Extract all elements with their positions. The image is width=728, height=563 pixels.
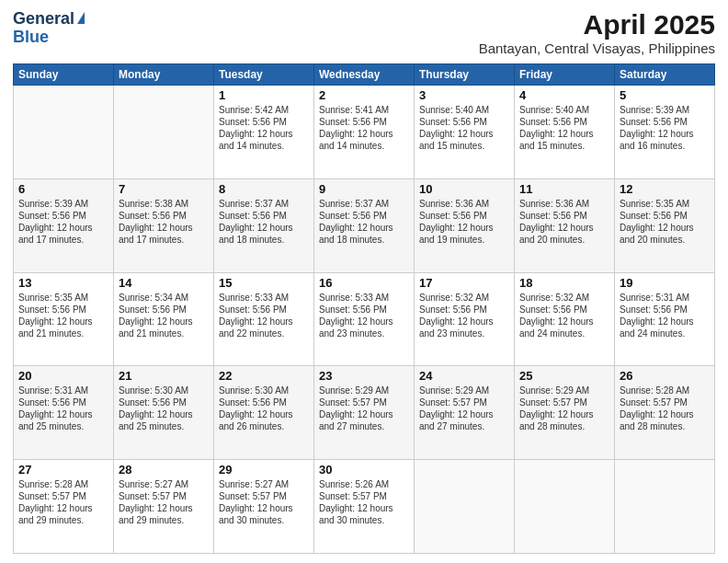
calendar-header: Sunday Monday Tuesday Wednesday Thursday… <box>14 64 715 86</box>
day-info: Sunset: 5:57 PM <box>319 396 409 408</box>
day-info: Daylight: 12 hours <box>219 128 309 140</box>
table-row <box>114 86 214 179</box>
table-row: 1Sunrise: 5:42 AMSunset: 5:56 PMDaylight… <box>214 86 314 179</box>
day-info: Sunset: 5:56 PM <box>18 210 108 222</box>
table-row: 27Sunrise: 5:28 AMSunset: 5:57 PMDayligh… <box>14 460 114 554</box>
day-info: Sunset: 5:56 PM <box>219 304 309 316</box>
day-info: Sunrise: 5:27 AM <box>119 478 209 490</box>
day-number: 18 <box>519 276 609 290</box>
table-row: 5Sunrise: 5:39 AMSunset: 5:56 PMDaylight… <box>615 86 715 179</box>
day-number: 16 <box>319 276 409 290</box>
day-info: and 18 minutes. <box>319 234 409 246</box>
day-info: Sunset: 5:57 PM <box>18 490 108 502</box>
day-info: Daylight: 12 hours <box>519 222 609 234</box>
day-info: and 14 minutes. <box>319 140 409 152</box>
day-info: Sunrise: 5:34 AM <box>119 292 209 304</box>
day-info: Daylight: 12 hours <box>519 316 609 327</box>
day-info: Daylight: 12 hours <box>419 408 509 420</box>
table-row: 25Sunrise: 5:29 AMSunset: 5:57 PMDayligh… <box>515 366 615 460</box>
table-row: 2Sunrise: 5:41 AMSunset: 5:56 PMDaylight… <box>314 86 415 179</box>
day-info: Sunset: 5:56 PM <box>620 304 710 316</box>
table-row: 28Sunrise: 5:27 AMSunset: 5:57 PMDayligh… <box>114 460 214 554</box>
day-info: and 29 minutes. <box>18 514 108 526</box>
day-info: Sunset: 5:56 PM <box>319 116 409 128</box>
day-info: Sunset: 5:57 PM <box>219 490 309 502</box>
day-info: Sunrise: 5:30 AM <box>219 385 309 396</box>
calendar-subtitle: Bantayan, Central Visayas, Philippines <box>479 40 715 56</box>
logo-arrow-icon <box>77 12 85 24</box>
day-info: Sunset: 5:57 PM <box>319 490 409 502</box>
table-row: 15Sunrise: 5:33 AMSunset: 5:56 PMDayligh… <box>214 272 314 366</box>
day-info: Sunrise: 5:28 AM <box>18 478 108 490</box>
day-info: Sunset: 5:56 PM <box>219 396 309 408</box>
col-tuesday: Tuesday <box>214 64 314 86</box>
table-row: 19Sunrise: 5:31 AMSunset: 5:56 PMDayligh… <box>615 272 715 366</box>
day-info: Sunrise: 5:29 AM <box>519 385 609 396</box>
day-info: Sunrise: 5:37 AM <box>219 198 309 210</box>
day-info: Daylight: 12 hours <box>620 316 710 327</box>
table-row <box>615 460 715 554</box>
day-info: and 21 minutes. <box>119 327 209 339</box>
day-info: Daylight: 12 hours <box>620 222 710 234</box>
day-info: Sunrise: 5:39 AM <box>18 198 108 210</box>
day-info: and 18 minutes. <box>219 234 309 246</box>
calendar-week-row: 1Sunrise: 5:42 AMSunset: 5:56 PMDaylight… <box>14 86 715 179</box>
day-number: 2 <box>319 88 409 102</box>
day-info: Daylight: 12 hours <box>18 316 108 327</box>
table-row: 11Sunrise: 5:36 AMSunset: 5:56 PMDayligh… <box>515 178 615 272</box>
day-info: Daylight: 12 hours <box>219 222 309 234</box>
day-info: Sunset: 5:56 PM <box>519 210 609 222</box>
day-info: Daylight: 12 hours <box>119 222 209 234</box>
day-info: Sunrise: 5:40 AM <box>419 104 509 116</box>
day-info: Sunset: 5:56 PM <box>620 116 710 128</box>
table-row: 24Sunrise: 5:29 AMSunset: 5:57 PMDayligh… <box>415 366 515 460</box>
day-info: and 19 minutes. <box>419 234 509 246</box>
day-number: 29 <box>219 463 309 477</box>
day-info: Daylight: 12 hours <box>119 502 209 514</box>
table-row: 17Sunrise: 5:32 AMSunset: 5:56 PMDayligh… <box>415 272 515 366</box>
day-number: 23 <box>319 369 409 383</box>
day-info: Sunrise: 5:31 AM <box>620 292 710 304</box>
col-saturday: Saturday <box>615 64 715 86</box>
day-info: Sunrise: 5:26 AM <box>319 478 409 490</box>
day-number: 27 <box>18 463 108 477</box>
table-row: 7Sunrise: 5:38 AMSunset: 5:56 PMDaylight… <box>114 178 214 272</box>
day-info: Sunset: 5:56 PM <box>119 304 209 316</box>
day-info: Sunrise: 5:32 AM <box>519 292 609 304</box>
day-info: Sunrise: 5:41 AM <box>319 104 409 116</box>
day-info: and 14 minutes. <box>219 140 309 152</box>
day-info: Sunrise: 5:31 AM <box>18 385 108 396</box>
day-info: Sunrise: 5:36 AM <box>519 198 609 210</box>
day-number: 4 <box>519 88 609 102</box>
col-wednesday: Wednesday <box>314 64 415 86</box>
col-monday: Monday <box>114 64 214 86</box>
table-row: 29Sunrise: 5:27 AMSunset: 5:57 PMDayligh… <box>214 460 314 554</box>
day-info: Sunrise: 5:38 AM <box>119 198 209 210</box>
page: General Blue April 2025 Bantayan, Centra… <box>0 0 728 563</box>
day-info: and 29 minutes. <box>119 514 209 526</box>
calendar-title: April 2025 <box>479 9 715 40</box>
day-number: 6 <box>18 182 108 196</box>
day-info: and 26 minutes. <box>219 420 309 432</box>
day-info: Sunrise: 5:37 AM <box>319 198 409 210</box>
day-info: and 30 minutes. <box>319 514 409 526</box>
day-info: Daylight: 12 hours <box>319 316 409 327</box>
day-info: Daylight: 12 hours <box>519 408 609 420</box>
calendar-week-row: 27Sunrise: 5:28 AMSunset: 5:57 PMDayligh… <box>14 460 715 554</box>
day-info: Sunset: 5:57 PM <box>620 396 710 408</box>
day-info: Sunrise: 5:27 AM <box>219 478 309 490</box>
day-info: and 27 minutes. <box>319 420 409 432</box>
table-row: 23Sunrise: 5:29 AMSunset: 5:57 PMDayligh… <box>314 366 415 460</box>
day-info: and 17 minutes. <box>18 234 108 246</box>
day-number: 17 <box>419 276 509 290</box>
day-info: Sunrise: 5:35 AM <box>18 292 108 304</box>
table-row: 13Sunrise: 5:35 AMSunset: 5:56 PMDayligh… <box>14 272 114 366</box>
day-info: Daylight: 12 hours <box>319 502 409 514</box>
day-number: 7 <box>119 182 209 196</box>
calendar-table: Sunday Monday Tuesday Wednesday Thursday… <box>13 63 715 554</box>
table-row: 20Sunrise: 5:31 AMSunset: 5:56 PMDayligh… <box>14 366 114 460</box>
day-number: 10 <box>419 182 509 196</box>
day-info: Daylight: 12 hours <box>319 222 409 234</box>
day-number: 19 <box>620 276 710 290</box>
day-info: and 22 minutes. <box>219 327 309 339</box>
